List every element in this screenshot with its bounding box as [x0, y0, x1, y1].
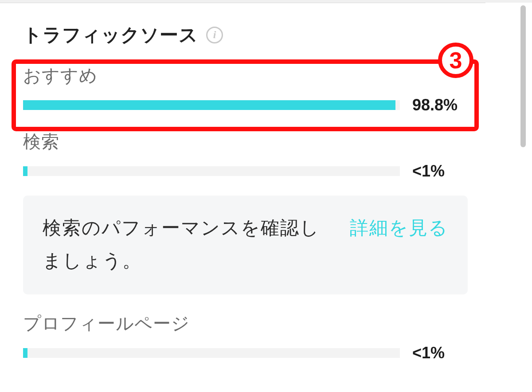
bar-fill: [23, 166, 27, 176]
section-title: トラフィックソース: [23, 23, 198, 47]
info-icon[interactable]: i: [206, 27, 223, 43]
source-label: 検索: [23, 129, 468, 154]
bar-value: 98.8%: [412, 96, 458, 114]
source-row-profile: プロフィールページ <1%: [23, 311, 468, 362]
bar-fill: [23, 100, 395, 110]
scrollbar-thumb[interactable]: [520, 5, 526, 147]
source-label: おすすめ: [23, 63, 468, 88]
promo-link[interactable]: 詳細を見る: [350, 212, 448, 244]
bar-fill: [23, 348, 27, 358]
section-header: トラフィックソース i: [23, 23, 468, 47]
bar-row: 98.8%: [23, 96, 468, 114]
annotation-badge-number: 3: [450, 49, 462, 72]
source-label: プロフィールページ: [23, 311, 468, 336]
bar-row: <1%: [23, 344, 468, 362]
annotation-badge: 3: [438, 43, 473, 78]
source-row-search: 検索 <1%: [23, 129, 468, 180]
promo-text: 検索のパフォーマンスを確認しましょう。: [43, 212, 339, 277]
source-row-recommended: おすすめ 98.8%: [23, 63, 468, 114]
scrollbar-track[interactable]: [485, 3, 532, 392]
analytics-panel: トラフィックソース i おすすめ 98.8% 検索 <1% 検索のパフォーマンス…: [0, 3, 485, 392]
bar-track: [23, 100, 400, 110]
bar-value: <1%: [412, 162, 445, 180]
bar-track: [23, 166, 400, 176]
bar-value: <1%: [412, 344, 445, 362]
bar-track: [23, 348, 400, 358]
search-performance-card: 検索のパフォーマンスを確認しましょう。 詳細を見る: [23, 196, 468, 294]
bar-row: <1%: [23, 162, 468, 180]
